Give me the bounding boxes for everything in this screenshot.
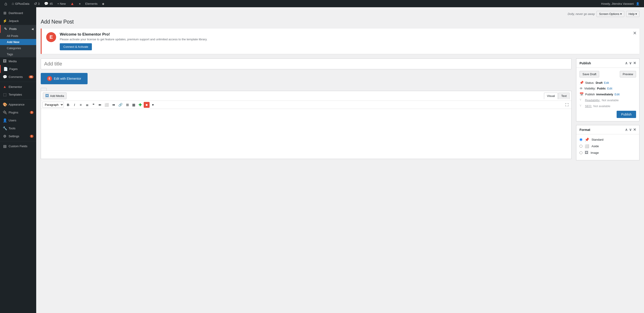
toolbar-ordered-list[interactable]: ≣ xyxy=(84,102,90,108)
sidebar-item-pages[interactable]: 📄 Pages xyxy=(0,65,36,73)
seo-meta: Y SEO: Not available xyxy=(580,104,636,108)
sidebar-item-comments[interactable]: 💬 Comments 45 xyxy=(0,73,36,81)
help-button[interactable]: Help ▾ xyxy=(626,11,640,17)
publish-time-edit-link[interactable]: Edit xyxy=(614,93,620,96)
publish-panel-header[interactable]: Publish ∧ ∨ ✕ xyxy=(576,59,639,68)
adminbar-elementor-logo[interactable]: ▲ xyxy=(68,0,76,7)
toolbar-bold[interactable]: B xyxy=(65,102,71,108)
appearance-icon: 🎨 xyxy=(3,102,7,107)
format-collapse-down-icon[interactable]: ∨ xyxy=(629,128,632,132)
toolbar-unordered-list[interactable]: ≡ xyxy=(78,102,84,108)
toolbar-color[interactable]: ■ xyxy=(144,102,150,108)
editor-content-area[interactable] xyxy=(41,109,571,159)
wrap-header: Dolly, never go away Screen Options ▾ He… xyxy=(41,11,640,17)
sidebar-item-dashboard[interactable]: ⊞ Dashboard xyxy=(0,9,36,17)
format-collapse-up-icon[interactable]: ∧ xyxy=(625,128,628,132)
adminbar-status[interactable]: ● xyxy=(77,0,82,7)
image-icon: 🖼 xyxy=(585,151,588,155)
posts-submenu: All Posts Add New Categories Tags xyxy=(0,33,36,57)
format-panel-header[interactable]: Format ∧ ∨ ✕ xyxy=(576,125,639,134)
adminbar-diamond[interactable]: ◆ xyxy=(100,0,106,7)
sidebar-item-media[interactable]: 🖼 Media xyxy=(0,57,36,65)
adminbar-wp-logo[interactable]: ⌂ xyxy=(3,0,9,7)
adminbar-revisions[interactable]: ↺ 3 xyxy=(32,0,42,7)
sidebar-item-all-posts[interactable]: All Posts xyxy=(0,33,36,39)
sidebar-item-tags[interactable]: Tags xyxy=(0,51,36,57)
toolbar-fullscreen[interactable]: ⛶ xyxy=(564,102,570,108)
format-radio-image[interactable] xyxy=(580,151,582,154)
paragraph-select[interactable]: Paragraph xyxy=(42,102,64,108)
save-draft-button[interactable]: Save Draft xyxy=(580,71,599,78)
publish-panel-controls: ∧ ∨ ✕ xyxy=(625,61,636,65)
format-radio-aside[interactable] xyxy=(580,145,582,148)
format-radio-standard[interactable] xyxy=(580,138,582,141)
toolbar-align-left[interactable]: ⬅ xyxy=(97,102,103,108)
sidebar-item-jetpack[interactable]: ⚡ Jetpack xyxy=(0,17,36,25)
adminbar-comments[interactable]: 💬 45 xyxy=(42,0,54,7)
collapse-up-icon[interactable]: ∧ xyxy=(625,61,628,65)
sidebar-item-settings[interactable]: ⚙ Settings 1 xyxy=(0,132,36,140)
format-panel-body: 📌 Standard ⬜ Aside 🖼 Ima xyxy=(576,134,639,160)
publish-btn-wrap: Publish xyxy=(580,111,636,118)
format-panel: Format ∧ ∨ ✕ 📌 Standard xyxy=(576,125,640,160)
custom-fields-icon: ▤ xyxy=(3,144,7,148)
preview-button[interactable]: Preview xyxy=(620,71,636,78)
tab-visual[interactable] xyxy=(41,88,46,91)
status-meta: 📌 Status: Draft Edit xyxy=(580,81,636,85)
toolbar-more[interactable]: ▾ xyxy=(150,102,156,108)
visibility-edit-link[interactable]: Edit xyxy=(607,87,612,90)
jetpack-icon: ⚡ xyxy=(3,19,7,23)
close-panel-icon[interactable]: ✕ xyxy=(633,61,636,65)
sidebar-item-categories[interactable]: Categories xyxy=(0,45,36,51)
sidebar-item-elementor[interactable]: ▲ Elementor xyxy=(0,83,36,91)
format-panel-controls: ∧ ∨ ✕ xyxy=(625,128,636,132)
adminbar-elements[interactable]: Elements xyxy=(84,0,99,7)
tools-icon: 🔧 xyxy=(3,126,7,130)
screen-options-button[interactable]: Screen Options ▾ xyxy=(596,11,624,17)
seo-link[interactable]: SEO: xyxy=(585,104,592,108)
sidebar-item-posts[interactable]: ✎ Posts ◀ xyxy=(0,25,36,33)
readability-link[interactable]: Readability: xyxy=(585,99,600,102)
elementor-button-icon: E xyxy=(47,76,52,81)
sidebar-item-plugins[interactable]: 🔌 Plugins 3 xyxy=(0,109,36,116)
wp-layout: ⊞ Dashboard ⚡ Jetpack ✎ Posts ◀ All Post… xyxy=(0,7,644,313)
add-media-icon: 🖼 xyxy=(45,94,49,98)
sidebar-item-appearance[interactable]: 🎨 Appearance xyxy=(0,101,36,109)
toolbar-blockquote[interactable]: ❝ xyxy=(90,102,96,108)
sidebar-item-users[interactable]: 👤 Users xyxy=(0,116,36,124)
toolbar-add[interactable]: ✚ xyxy=(137,102,143,108)
toolbar-align-right[interactable]: ➡ xyxy=(111,102,116,108)
post-title-input[interactable] xyxy=(41,59,572,69)
adminbar-user-greeting[interactable]: Howdy, Jitendra Vaswani 👤 xyxy=(599,2,641,6)
toolbar-italic[interactable]: I xyxy=(72,102,78,108)
adminbar-new[interactable]: + New xyxy=(56,0,68,7)
format-close-icon[interactable]: ✕ xyxy=(633,128,636,132)
sidebar-item-custom-fields[interactable]: ▤ Custom Fields xyxy=(0,142,36,150)
editor-toolbar-row2: Paragraph B I ≡ ≣ ❝ ⬅ ⬜ ➡ 🔗 ⊞ ▦ ✚ xyxy=(41,101,571,109)
publish-actions: Save Draft Preview xyxy=(580,71,636,78)
publish-panel-body: Save Draft Preview 📌 Status: Draft Edit … xyxy=(576,68,639,121)
add-media-button[interactable]: 🖼 Add Media xyxy=(43,92,66,99)
tab-text[interactable]: Text xyxy=(558,93,570,99)
elementor-notice-title: Welcome to Elementor Pro! xyxy=(60,32,207,37)
editor-toolbar-row1: 🖼 Add Media Visual Text xyxy=(41,91,571,101)
sidebar-item-templates[interactable]: ⬚ Templates xyxy=(0,91,36,99)
publish-button[interactable]: Publish xyxy=(616,111,636,118)
toolbar-align-center[interactable]: ⬜ xyxy=(103,102,110,108)
edit-with-elementor-button[interactable]: E Edit with Elementor xyxy=(41,73,88,84)
sidebar-item-tools[interactable]: 🔧 Tools xyxy=(0,124,36,132)
status-edit-link[interactable]: Edit xyxy=(604,81,609,85)
connect-activate-button[interactable]: Connect & Activate xyxy=(60,43,92,50)
toolbar-link[interactable]: 🔗 xyxy=(117,102,124,108)
pages-icon: 📄 xyxy=(4,67,8,71)
seo-icon: Y xyxy=(580,104,584,108)
toolbar-table[interactable]: ⊞ xyxy=(124,102,130,108)
toolbar-grid[interactable]: ▦ xyxy=(131,102,137,108)
adminbar-site-name[interactable]: ⌂ GPlusData xyxy=(10,0,31,7)
collapse-down-icon[interactable]: ∨ xyxy=(629,61,632,65)
tab-visual[interactable]: Visual xyxy=(544,93,558,99)
notice-dismiss-button[interactable]: ✕ xyxy=(633,31,637,35)
status-icon: 📌 xyxy=(580,81,584,85)
sidebar-item-add-new[interactable]: Add New xyxy=(0,39,36,45)
readability-icon: Y xyxy=(580,98,584,102)
